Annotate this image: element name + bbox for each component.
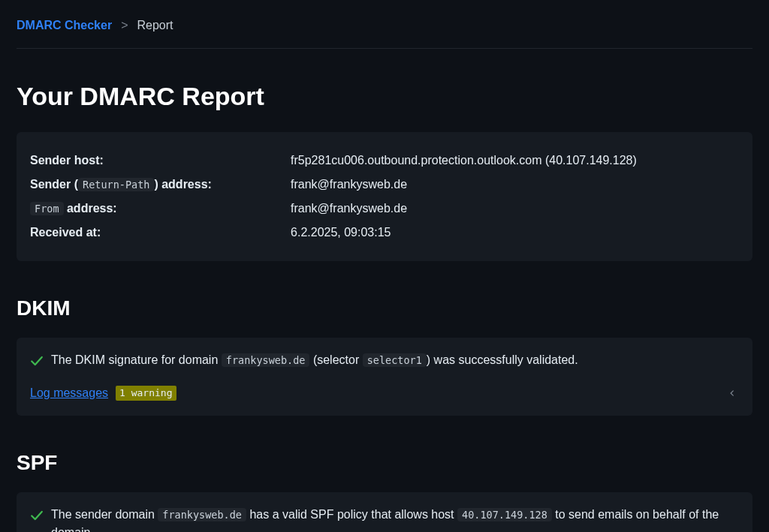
dkim-selector-code: selector1 bbox=[363, 353, 427, 367]
label-from-post: address: bbox=[64, 202, 117, 215]
spf-result-row: The sender domain frankysweb.de has a va… bbox=[30, 506, 739, 532]
label-from-address: From address: bbox=[30, 200, 291, 218]
breadcrumb-separator: > bbox=[121, 17, 128, 35]
warning-badge: 1 warning bbox=[116, 386, 176, 401]
spf-msg-pre: The sender domain bbox=[51, 508, 158, 521]
spf-panel: The sender domain frankysweb.de has a va… bbox=[17, 492, 752, 532]
page-title: Your DMARC Report bbox=[17, 77, 752, 116]
row-received-at: Received at: 6.2.2025, 09:03:15 bbox=[30, 224, 739, 242]
dkim-domain-code: frankysweb.de bbox=[222, 353, 310, 367]
dkim-log-row: Log messages 1 warning bbox=[30, 384, 739, 402]
from-code: From bbox=[30, 202, 64, 215]
breadcrumb-home-link[interactable]: DMARC Checker bbox=[17, 17, 112, 35]
value-sender-host: fr5p281cu006.outbound.protection.outlook… bbox=[291, 152, 739, 170]
label-sender-host: Sender host: bbox=[30, 152, 291, 170]
breadcrumb-current: Report bbox=[137, 17, 173, 35]
dkim-heading: DKIM bbox=[17, 293, 752, 324]
spf-ip-code: 40.107.149.128 bbox=[457, 508, 552, 521]
value-sender-address: frank@frankysweb.de bbox=[291, 176, 739, 194]
check-icon bbox=[30, 354, 44, 368]
value-from-address: frank@frankysweb.de bbox=[291, 200, 739, 218]
label-sender-pre: Sender ( bbox=[30, 178, 78, 191]
row-sender-host: Sender host: fr5p281cu006.outbound.prote… bbox=[30, 152, 739, 170]
dkim-msg-mid1: (selector bbox=[309, 353, 362, 366]
dkim-msg-post: ) was successfully validated. bbox=[427, 353, 578, 366]
label-sender-address: Sender (Return-Path) address: bbox=[30, 176, 291, 194]
spf-msg-mid: has a valid SPF policy that allows host bbox=[246, 508, 457, 521]
label-sender-post: ) address: bbox=[154, 178, 211, 191]
dkim-msg-pre: The DKIM signature for domain bbox=[51, 353, 222, 366]
return-path-code: Return-Path bbox=[78, 178, 154, 191]
dkim-panel: The DKIM signature for domain frankysweb… bbox=[17, 338, 752, 416]
check-icon bbox=[30, 509, 44, 522]
spf-domain-code: frankysweb.de bbox=[158, 508, 246, 521]
summary-panel: Sender host: fr5p281cu006.outbound.prote… bbox=[17, 132, 752, 261]
dkim-result-row: The DKIM signature for domain frankysweb… bbox=[30, 351, 739, 369]
value-received-at: 6.2.2025, 09:03:15 bbox=[291, 224, 739, 242]
spf-result-text: The sender domain frankysweb.de has a va… bbox=[51, 506, 739, 532]
log-messages-link[interactable]: Log messages bbox=[30, 384, 108, 402]
chevron-left-icon[interactable] bbox=[728, 384, 736, 402]
label-received-at: Received at: bbox=[30, 224, 291, 242]
dkim-result-text: The DKIM signature for domain frankysweb… bbox=[51, 351, 578, 369]
spf-heading: SPF bbox=[17, 447, 752, 479]
breadcrumb: DMARC Checker > Report bbox=[17, 17, 752, 49]
row-sender-address: Sender (Return-Path) address: frank@fran… bbox=[30, 176, 739, 194]
row-from-address: From address: frank@frankysweb.de bbox=[30, 200, 739, 218]
